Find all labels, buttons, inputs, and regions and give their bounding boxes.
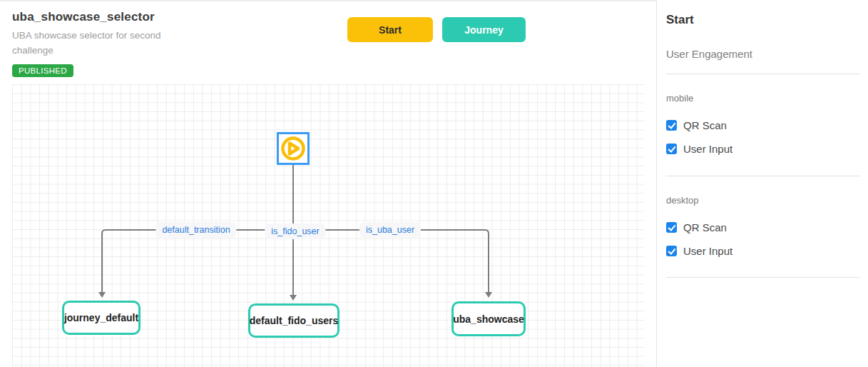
divider <box>666 277 859 278</box>
journey-button[interactable]: Journey <box>442 17 526 42</box>
node-uba-showcase[interactable]: uba_showcase <box>451 301 526 336</box>
start-button[interactable]: Start <box>347 17 433 42</box>
divider <box>666 176 859 176</box>
node-palette: Start Journey <box>347 17 526 42</box>
checkbox-label: QR Scan <box>683 119 727 131</box>
section-label-mobile: mobile <box>666 93 859 104</box>
panel-title: Start <box>666 13 859 27</box>
start-node[interactable] <box>277 132 310 165</box>
edge-label-default-transition[interactable]: default_transition <box>155 222 236 238</box>
checkbox-row-desktop-user-input[interactable]: User Input <box>666 245 859 257</box>
checkbox-checked-icon[interactable] <box>666 144 677 154</box>
status-badge: PUBLISHED <box>12 64 73 77</box>
checkbox-row-desktop-qr-scan[interactable]: QR Scan <box>666 221 859 233</box>
properties-panel: Start User Engagement mobile QR Scan Use… <box>656 0 868 367</box>
checkbox-label: QR Scan <box>683 221 727 233</box>
checkbox-label: User Input <box>683 143 732 155</box>
divider <box>666 74 859 74</box>
edge-label-is-fido-user[interactable]: is_fido_user <box>265 223 325 239</box>
page-title: uba_showcase_selector <box>12 10 190 24</box>
checkbox-checked-icon[interactable] <box>666 246 677 256</box>
node-journey-default[interactable]: journey_default <box>62 301 141 335</box>
checkbox-row-mobile-qr-scan[interactable]: QR Scan <box>666 119 859 131</box>
flow-canvas[interactable]: default_transition is_fido_user is_uba_u… <box>12 84 644 367</box>
checkbox-label: User Input <box>683 245 732 257</box>
play-icon <box>280 135 307 162</box>
checkbox-checked-icon[interactable] <box>666 222 677 233</box>
section-label-desktop: desktop <box>666 195 859 206</box>
checkbox-checked-icon[interactable] <box>666 120 677 131</box>
checkbox-row-mobile-user-input[interactable]: User Input <box>666 143 859 155</box>
edge-label-is-uba-user[interactable]: is_uba_user <box>359 222 421 238</box>
journey-header: uba_showcase_selector UBA showcase selec… <box>12 10 190 77</box>
node-default-fido-users[interactable]: default_fido_users <box>248 303 339 338</box>
panel-subtitle: User Engagement <box>666 48 859 60</box>
page-subtitle: UBA showcase selector for second challen… <box>12 29 180 59</box>
